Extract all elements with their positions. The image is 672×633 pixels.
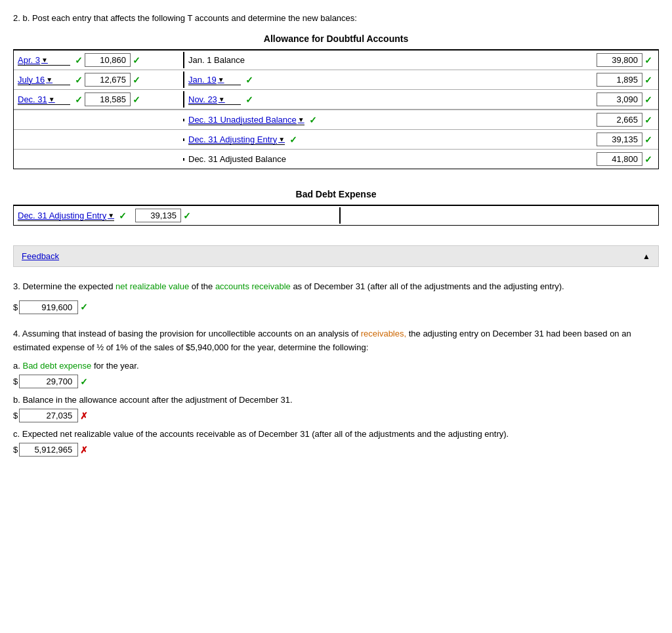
nov23-select[interactable]: Nov. 23 ▼	[188, 94, 241, 105]
feedback-bar: Feedback ▲	[13, 245, 659, 267]
jan19-arrow: ▼	[218, 76, 224, 83]
q4-text1: 4. Assuming that instead of basing the p…	[13, 329, 358, 338]
jan1-label: Jan. 1 Balance	[188, 55, 245, 65]
left-cell-5	[14, 138, 184, 141]
right-cell-2: Jan. 19 ▼ ✓ 1,895 ✓	[184, 71, 658, 88]
adj-entry-select[interactable]: Dec. 31 Adjusting Entry ▼	[188, 134, 285, 145]
bad-debt-select-arrow: ▼	[108, 212, 114, 219]
jan19-value[interactable]: 1,895	[597, 73, 642, 87]
q4a-label: a. Bad debt expense for the year.	[13, 361, 659, 371]
right-cell-5: Dec. 31 Adjusting Entry ▼ ✓ 39,135 ✓	[184, 131, 658, 148]
left-cell-4	[14, 119, 184, 121]
bad-debt-title: Bad Debt Expense	[13, 189, 659, 199]
dec31-arrow: ▼	[49, 96, 55, 103]
adj-entry-arrow: ▼	[278, 136, 285, 143]
feedback-link[interactable]: Feedback	[22, 251, 59, 261]
nov23-arrow: ▼	[219, 96, 225, 103]
bad-debt-value[interactable]: 39,135	[135, 209, 181, 222]
july16-value[interactable]: 12,675	[85, 73, 131, 87]
question3-text: 3. Determine the expected net realizable…	[13, 280, 659, 294]
adj-entry-check: ✓	[289, 134, 297, 145]
jan19-check2: ✓	[644, 75, 652, 85]
jan19-check: ✓	[245, 75, 253, 85]
question4-section: 4. Assuming that instead of basing the p…	[13, 327, 659, 457]
q3-green1: net realizable value	[116, 281, 189, 291]
q4a-check: ✓	[80, 377, 88, 387]
bad-debt-select-label: Dec. 31 Adjusting Entry	[18, 211, 106, 220]
q4b-answer[interactable]: 27,035	[19, 409, 78, 422]
q4a-dollar: $	[13, 377, 18, 386]
nov23-label: Nov. 23	[188, 94, 217, 104]
feedback-arrow-icon: ▲	[642, 252, 650, 261]
q4a-text: for the year.	[91, 361, 138, 371]
q3-green2: accounts receivable	[215, 281, 291, 291]
q3-dollar: $	[13, 302, 18, 312]
adj-balance-check: ✓	[644, 154, 652, 165]
t-row-6: Dec. 31 Adjusted Balance 41,800 ✓	[14, 150, 658, 169]
bad-debt-row: Dec. 31 Adjusting Entry ▼ ✓ 39,135 ✓	[14, 206, 658, 225]
jan1-value[interactable]: 39,800	[597, 53, 642, 67]
unadj-arrow: ▼	[298, 116, 304, 123]
adj-balance-label: Dec. 31 Adjusted Balance	[188, 154, 286, 164]
apr3-check: ✓	[75, 55, 83, 66]
jan19-select[interactable]: Jan. 19 ▼	[188, 75, 241, 85]
allowance-title: Allowance for Doubtful Accounts	[13, 33, 659, 44]
july16-label: July 16	[18, 75, 45, 85]
unadj-label: Dec. 31 Unadjusted Balance	[188, 115, 297, 125]
question3-section: 3. Determine the expected net realizable…	[13, 280, 659, 314]
q4b-label-text: b. Balance in the allowance account afte…	[13, 395, 659, 405]
allowance-t-account: Apr. 3 ▼ ✓ 10,860 ✓ Jan. 1 Balance 39,80…	[13, 49, 659, 169]
t-row-3: Dec. 31 ▼ ✓ 18,585 ✓ Nov. 23 ▼ ✓ 3,090 ✓	[14, 90, 658, 110]
unadj-select[interactable]: Dec. 31 Unadjusted Balance ▼	[188, 115, 304, 125]
q4c-answer[interactable]: 5,912,965	[19, 443, 78, 457]
dec31-select[interactable]: Dec. 31 ▼	[18, 94, 70, 105]
adj-entry-label: Dec. 31 Adjusting Entry	[188, 134, 277, 144]
bad-debt-t-account: Dec. 31 Adjusting Entry ▼ ✓ 39,135 ✓	[13, 205, 659, 226]
intro-text: 2. b. Post each entry that affects the f…	[13, 13, 659, 23]
july16-check: ✓	[75, 75, 83, 85]
bad-debt-check1: ✓	[119, 211, 127, 221]
july16-arrow: ▼	[46, 76, 52, 83]
adj-entry-value[interactable]: 39,135	[597, 133, 642, 146]
july16-select[interactable]: July 16 ▼	[18, 75, 70, 85]
t-row-2: July 16 ▼ ✓ 12,675 ✓ Jan. 19 ▼ ✓ 1,895 ✓	[14, 70, 658, 90]
left-cell-2: July 16 ▼ ✓ 12,675 ✓	[14, 71, 184, 88]
q4c-label-text: c. Expected net realizable value of the …	[13, 429, 659, 439]
left-cell-3: Dec. 31 ▼ ✓ 18,585 ✓	[14, 91, 184, 108]
bad-debt-check2: ✓	[183, 211, 191, 221]
nov23-check2: ✓	[644, 94, 652, 105]
dec31-value[interactable]: 18,585	[85, 92, 131, 106]
q4-orange: receivables,	[361, 329, 406, 338]
q4c-check: ✗	[80, 445, 88, 455]
nov23-value[interactable]: 3,090	[597, 92, 642, 106]
q3-answer[interactable]: 919,600	[19, 300, 78, 314]
unadj-check2: ✓	[644, 115, 652, 125]
q3-text-before: 3. Determine the expected	[13, 281, 116, 291]
left-cell-1: Apr. 3 ▼ ✓ 10,860 ✓	[14, 52, 184, 68]
q4c-dollar: $	[13, 445, 18, 455]
apr3-arrow: ▼	[41, 56, 48, 64]
right-cell-6: Dec. 31 Adjusted Balance 41,800 ✓	[184, 151, 658, 167]
q3-input-row: $ 919,600 ✓	[13, 300, 659, 314]
adj-entry-check2: ✓	[644, 134, 652, 145]
unadj-value[interactable]: 2,665	[597, 113, 642, 127]
apr3-select[interactable]: Apr. 3 ▼	[18, 55, 70, 66]
july16-check2: ✓	[133, 75, 140, 85]
q4a-answer[interactable]: 29,700	[19, 375, 78, 388]
adj-balance-value[interactable]: 41,800	[597, 152, 642, 166]
dec31-check: ✓	[75, 94, 83, 105]
t-row-5: Dec. 31 Adjusting Entry ▼ ✓ 39,135 ✓	[14, 130, 658, 150]
apr3-label: Apr. 3	[18, 55, 40, 65]
bad-debt-select[interactable]: Dec. 31 Adjusting Entry ▼	[18, 211, 114, 221]
apr3-value[interactable]: 10,860	[85, 53, 131, 67]
jan1-check: ✓	[644, 55, 652, 66]
q3-text-after: as of December 31 (after all of the adju…	[291, 281, 564, 291]
unadj-check: ✓	[309, 115, 317, 125]
right-cell-3: Nov. 23 ▼ ✓ 3,090 ✓	[184, 91, 658, 108]
q4a-input-row: $ 29,700 ✓	[13, 375, 659, 388]
q4b-check: ✗	[80, 411, 88, 421]
q4c-input-row: $ 5,912,965 ✗	[13, 443, 659, 457]
apr3-check2: ✓	[133, 55, 140, 66]
q3-text-mid: of the	[189, 281, 215, 291]
nov23-check: ✓	[245, 94, 253, 105]
